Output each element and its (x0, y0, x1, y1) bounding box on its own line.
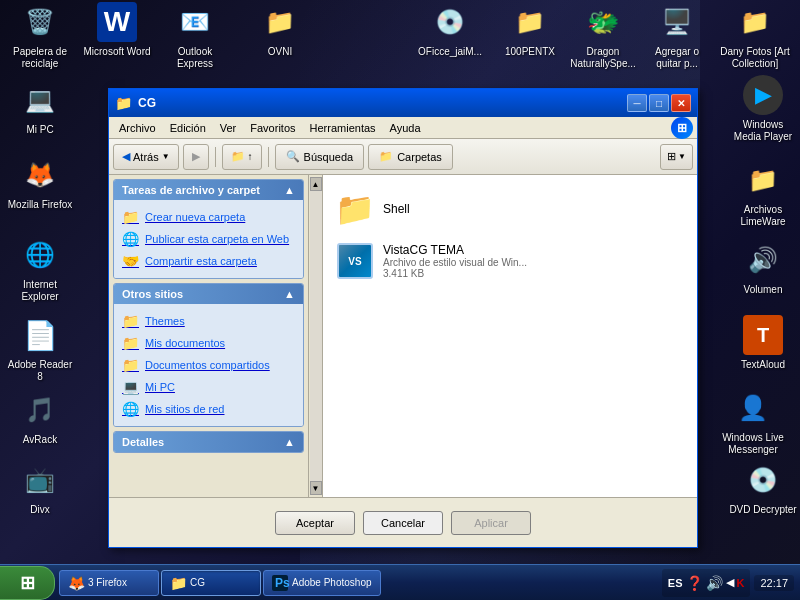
desktop-icon-agregar[interactable]: 🖥️ Agregar o quitar p... (642, 2, 712, 70)
taskbar-item-photoshop[interactable]: Ps Adobe Photoshop (263, 570, 381, 596)
taskbar-item-firefox[interactable]: 🦊 3 Firefox (59, 570, 159, 596)
desktop-icon-dvd[interactable]: 💿 DVD Decrypter (728, 460, 798, 516)
minimize-button[interactable]: ─ (627, 94, 647, 112)
dany-icon: 📁 (735, 2, 775, 42)
apply-button[interactable]: Aplicar (451, 511, 531, 535)
desktop-icon-textaloud[interactable]: T TextAloud (728, 315, 798, 371)
tasks-section: Tareas de archivo y carpet ▲ 📁 Crear nue… (113, 179, 304, 279)
other-sites-collapse-icon: ▲ (284, 288, 295, 300)
desktop-icon-label: Volumen (728, 284, 798, 296)
limewire-icon: 📁 (743, 160, 783, 200)
desktop-icon-outlook[interactable]: 📧 Outlook Express (160, 2, 230, 70)
desktop-icon-divx[interactable]: 📺 Divx (5, 460, 75, 516)
share-folder-link[interactable]: 🤝 Compartir esta carpeta (120, 250, 297, 272)
desktop-icon-firefox[interactable]: 🦊 Mozilla Firefox (5, 155, 75, 211)
msword-icon: W (97, 2, 137, 42)
outlook-icon: 📧 (175, 2, 215, 42)
start-button[interactable]: ⊞ (0, 566, 55, 600)
desktop-icon-label: DVD Decrypter (728, 504, 798, 516)
photoshop-taskbar-label: Adobe Photoshop (292, 577, 372, 588)
desktop-icon-ovni[interactable]: 📁 OVNI (245, 2, 315, 58)
tray-volume[interactable]: 🔊 (706, 575, 723, 591)
cg-dialog: 📁 CG ─ □ ✕ Archivo Edición Ver Favoritos… (108, 88, 698, 548)
textaloud-icon: T (743, 315, 783, 355)
menu-herramientas[interactable]: Herramientas (304, 120, 382, 136)
vistacg-icon: VS (335, 241, 375, 281)
maximize-button[interactable]: □ (649, 94, 669, 112)
create-folder-icon: 📁 (122, 209, 139, 225)
menu-ver[interactable]: Ver (214, 120, 243, 136)
clock[interactable]: 22:17 (754, 575, 794, 591)
desktop-icon-100pentx[interactable]: 📁 100PENTX (495, 2, 565, 58)
themes-label: Themes (145, 315, 185, 327)
menu-ayuda[interactable]: Ayuda (384, 120, 427, 136)
desktop-icon-recycle[interactable]: 🗑️ Papelera de reciclaje (5, 2, 75, 70)
cancel-button[interactable]: Cancelar (363, 511, 443, 535)
dialog-title-icon: 📁 (115, 95, 132, 111)
other-sites-section: Otros sitios ▲ 📁 Themes 📁 Mis documentos (113, 283, 304, 427)
file-item-shell[interactable]: 📁 Shell (331, 183, 689, 235)
pentx-icon: 📁 (510, 2, 550, 42)
file-list: 📁 Shell VS VistaCG TEMA (323, 175, 697, 497)
menu-archivo[interactable]: Archivo (113, 120, 162, 136)
details-header[interactable]: Detalles ▲ (114, 432, 303, 452)
search-button[interactable]: 🔍 Búsqueda (275, 144, 365, 170)
close-button[interactable]: ✕ (671, 94, 691, 112)
desktop-icon-avrack[interactable]: 🎵 AvRack (5, 390, 75, 446)
mi-pc-link[interactable]: 💻 Mi PC (120, 376, 297, 398)
tray-es[interactable]: ES (668, 577, 683, 589)
desktop-icon-mipc[interactable]: 💻 Mi PC (5, 80, 75, 136)
back-button[interactable]: ◀ Atrás ▼ (113, 144, 179, 170)
search-icon: 🔍 (286, 150, 300, 163)
scroll-down-btn[interactable]: ▼ (310, 481, 322, 495)
vistacg-file-name: VistaCG TEMA (383, 243, 685, 257)
agregar-icon: 🖥️ (657, 2, 697, 42)
desktop-icon-label: TextAloud (728, 359, 798, 371)
mis-documentos-link[interactable]: 📁 Mis documentos (120, 332, 297, 354)
up-arrow-icon: ↑ (248, 151, 253, 162)
desktop-icon-wmp[interactable]: ▶ Windows Media Player (728, 75, 798, 143)
tasks-header[interactable]: Tareas de archivo y carpet ▲ (114, 180, 303, 200)
create-folder-link[interactable]: 📁 Crear nueva carpeta (120, 206, 297, 228)
themes-link[interactable]: 📁 Themes (120, 310, 297, 332)
file-item-vistacg[interactable]: VS VistaCG TEMA Archivo de estilo visual… (331, 235, 689, 287)
forward-button[interactable]: ▶ (183, 144, 209, 170)
details-collapse-icon: ▲ (284, 436, 295, 448)
wmp-icon: ▶ (743, 75, 783, 115)
vistacg-file-info: VistaCG TEMA Archivo de estilo visual de… (383, 243, 685, 279)
tray-question[interactable]: ❓ (686, 575, 703, 591)
desktop-icon-volumen[interactable]: 🔊 Volumen (728, 240, 798, 296)
desktop-icon-dany[interactable]: 📁 Dany Fotos [Art Collection] (720, 2, 790, 70)
left-scrollbar[interactable]: ▲ ▼ (309, 175, 323, 497)
tray-k[interactable]: K (737, 577, 745, 589)
publish-web-link[interactable]: 🌐 Publicar esta carpeta en Web (120, 228, 297, 250)
mis-sitios-link[interactable]: 🌐 Mis sitios de red (120, 398, 297, 420)
desktop-icon-limewire[interactable]: 📁 Archivos LimeWare (728, 160, 798, 228)
menu-edicion[interactable]: Edición (164, 120, 212, 136)
view-button[interactable]: ⊞ ▼ (660, 144, 693, 170)
desktop-icon-messenger[interactable]: 👤 Windows Live Messenger (718, 388, 788, 456)
firefox-taskbar-label: 3 Firefox (88, 577, 127, 588)
up-button[interactable]: 📁 ↑ (222, 144, 262, 170)
other-sites-header[interactable]: Otros sitios ▲ (114, 284, 303, 304)
messenger-icon: 👤 (733, 388, 773, 428)
firefox-icon: 🦊 (20, 155, 60, 195)
accept-button[interactable]: Aceptar (275, 511, 355, 535)
mi-pc-side-icon: 💻 (122, 379, 139, 395)
tray-arrow[interactable]: ◀ (726, 576, 734, 589)
desktop-icon-adobe[interactable]: 📄 Adobe Reader 8 (5, 315, 75, 383)
photoshop-taskbar-icon: Ps (272, 575, 288, 591)
taskbar-item-cg[interactable]: 📁 CG (161, 570, 261, 596)
time-text: 22:17 (760, 577, 788, 589)
folders-button[interactable]: 📁 Carpetas (368, 144, 453, 170)
menu-favoritos[interactable]: Favoritos (244, 120, 301, 136)
desktop-icon-label: Adobe Reader 8 (5, 359, 75, 383)
search-label: Búsqueda (304, 151, 354, 163)
desktop-icon-msword[interactable]: W Microsoft Word (82, 2, 152, 58)
desktop-icon-officce[interactable]: 💿 OFicce_jaiM... (415, 2, 485, 58)
up-folder-icon: 📁 (231, 150, 245, 163)
desktop-icon-dragon[interactable]: 🐲 Dragon NaturallySpe... (568, 2, 638, 70)
docs-compartidos-link[interactable]: 📁 Documentos compartidos (120, 354, 297, 376)
desktop-icon-ie[interactable]: 🌐 Internet Explorer (5, 235, 75, 303)
scroll-up-btn[interactable]: ▲ (310, 177, 322, 191)
